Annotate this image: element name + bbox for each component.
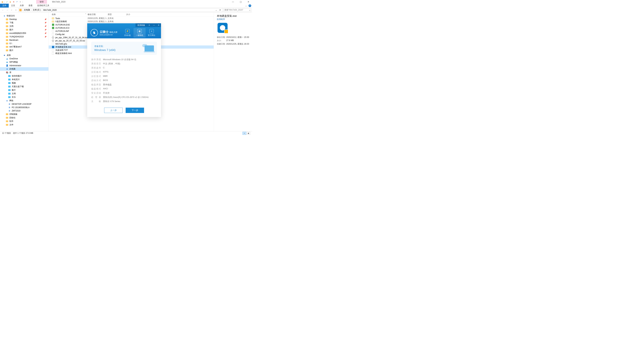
nav-item[interactable]: 天翼云盘下载 — [2, 85, 48, 88]
nav-item[interactable]: excel表格制作求和📌 — [0, 31, 48, 35]
recent-dropdown-icon[interactable]: ▾ — [10, 8, 14, 12]
nav-item[interactable]: 保存的图片 — [2, 74, 48, 78]
icons-view-button[interactable]: ▦ — [246, 132, 250, 135]
file-row[interactable]: Tools2020/12/25, 星期五 1…文件夹 — [49, 17, 214, 20]
check-icon[interactable]: ✓ — [6, 0, 8, 3]
breadcrumb-item[interactable]: 文档 (E:) — [32, 8, 41, 11]
nav-item[interactable]: 👤Administrator — [0, 64, 48, 67]
column-size[interactable]: 大小 — [126, 13, 140, 16]
nav-item[interactable]: Bandicam — [0, 38, 48, 42]
nav-item[interactable]: 音乐 — [2, 95, 48, 99]
sys-key: 磁盘类型 — [91, 83, 101, 86]
nav-item-label: 图片 — [12, 89, 16, 91]
nav-item[interactable]: 图片📌 — [0, 28, 48, 31]
file-name: pe_yqs_xp_20_07_31_15_53.iso — [55, 39, 85, 42]
address-dropdown-icon[interactable]: ⌄ — [215, 9, 218, 11]
chevron-right-icon[interactable]: › — [22, 9, 23, 11]
next-button[interactable]: 下一步 — [126, 108, 144, 113]
nav-item[interactable]: YUNQISHI2019📌 — [0, 35, 48, 38]
breadcrumb[interactable]: › 此电脑 › 文档 (E:) › Win7x64_2020 ⌄ ⟳ — [18, 8, 223, 12]
undo-icon[interactable]: ↶ — [16, 0, 18, 3]
nav-desktop[interactable]: ■桌面 — [0, 53, 48, 57]
nav-item[interactable]: 视频 — [2, 81, 48, 85]
menu-icon[interactable]: ≡ — [147, 23, 152, 27]
nav-quick-access[interactable]: ★快速访问 — [0, 14, 48, 17]
selection-info: 选中 1 个项目 27.6 MB — [13, 132, 33, 135]
breadcrumb-item[interactable]: 此电脑 — [24, 8, 30, 11]
folder-icon — [6, 116, 8, 119]
nav-item[interactable]: G:\ — [0, 42, 48, 45]
nav-item[interactable]: Desktop📌 — [0, 17, 48, 21]
breadcrumb-item[interactable]: Win7x64_2020 — [43, 9, 57, 11]
brand-name: 云骑士 — [100, 30, 109, 34]
nav-item[interactable]: 下载📌 — [0, 21, 48, 24]
close-button[interactable]: ✕ — [244, 0, 252, 4]
pin-icon: 📌 — [44, 36, 46, 38]
refresh-icon[interactable]: ⟳ — [218, 9, 222, 11]
nav-item[interactable]: 文档📌 — [0, 24, 48, 28]
close-icon[interactable]: ✕ — [156, 23, 161, 27]
nav-item[interactable]: 🖥PC-20190530OBLA — [2, 106, 48, 109]
nav-item[interactable]: 控制面板 — [0, 112, 48, 116]
search-input[interactable]: 搜索"Win7x64_2020" ⌕ — [224, 8, 251, 12]
nav-item[interactable]: 图片 — [0, 49, 48, 52]
back-button[interactable]: ← — [1, 8, 5, 12]
nav-item[interactable]: 🖥DESKTOP-LSSOEDP — [2, 102, 48, 106]
help-icon[interactable]: ? — [248, 4, 251, 7]
contact-support-link[interactable]: 联系客服 — [136, 23, 147, 27]
sys-key: 系统盘符 — [91, 66, 101, 69]
nav-item[interactable]: 文件 — [0, 123, 48, 127]
nav-item[interactable]: 🖥ZMT2019 — [2, 109, 48, 112]
details-view-button[interactable]: ≡ — [242, 132, 246, 135]
installer-tab[interactable]: e官方网址 — [146, 28, 158, 37]
file-tab[interactable]: 文件 — [0, 4, 9, 7]
installer-tab[interactable]: ▦一键装机 — [134, 28, 146, 37]
file-row[interactable]: U盘安装教程2020/12/25, 星期五 1…文件夹 — [49, 20, 214, 23]
up-button[interactable]: ↑ — [14, 8, 18, 12]
nav-item[interactable]: 本机照片 — [2, 78, 48, 81]
chevron-right-icon[interactable]: › — [42, 9, 42, 11]
column-type[interactable]: 类型 — [108, 13, 126, 16]
wps-icon: ◉ — [6, 61, 8, 63]
nav-item[interactable]: win7重装win7 — [0, 45, 48, 49]
ribbon-tab-apptools[interactable]: 应用程序工具 — [35, 4, 52, 7]
property-label: 创建日期: — [217, 42, 226, 45]
column-name[interactable]: 名称⌃ — [49, 13, 88, 16]
chevron-right-icon[interactable]: › — [31, 9, 32, 11]
nav-item-label: G:\ — [10, 42, 12, 44]
nav-item[interactable]: 图片 — [2, 88, 48, 92]
file-name: Config.dat — [55, 33, 64, 35]
maximize-button[interactable]: ▢ — [237, 0, 244, 4]
nav-item[interactable]: 文档 — [2, 92, 48, 95]
ribbon-tab-share[interactable]: 共享 — [18, 4, 26, 7]
nav-item[interactable]: ◉WPS网盘 — [0, 60, 48, 64]
folder-icon — [6, 39, 8, 41]
nav-item[interactable]: 回收站 — [0, 116, 48, 119]
nav-item[interactable]: 🖥此电脑 — [0, 67, 48, 71]
ribbon-tab-home[interactable]: 主页 — [9, 4, 18, 7]
nav-item[interactable]: ☁OneDrive — [0, 57, 48, 60]
nav-item[interactable]: 软件 — [0, 119, 48, 123]
brand-subtitle: 装机大师 — [109, 31, 118, 34]
ribbon-context-tab[interactable]: 管理 — [36, 0, 47, 4]
qat-dropdown-icon[interactable]: ▾ — [19, 0, 22, 3]
nav-network[interactable]: ⊕网络 — [0, 99, 48, 102]
column-date[interactable]: 修改日期 — [88, 13, 108, 16]
ribbon-tab-view[interactable]: 查看 — [26, 4, 35, 7]
file-icon — [52, 20, 54, 23]
installer-tab[interactable]: ⚡启动U盘 — [122, 28, 134, 37]
minimize-icon[interactable]: — — [152, 23, 156, 27]
nav-item[interactable]: 📚库 — [0, 71, 48, 74]
nav-label: 桌面 — [7, 54, 11, 57]
minimize-button[interactable]: — — [229, 0, 237, 4]
tab-label: 官方网址 — [148, 34, 155, 36]
delete-icon[interactable]: ✕ — [12, 0, 15, 3]
nav-label: 快速访问 — [7, 14, 15, 17]
forward-button[interactable]: → — [5, 8, 9, 12]
nav-item-label: Bandicam — [10, 39, 18, 41]
knight-icon: ♞ — [90, 29, 98, 36]
prev-button[interactable]: 上一步 — [104, 108, 122, 113]
ribbon-expand-icon[interactable]: ⌄ — [245, 4, 247, 7]
pin-icon[interactable]: ▮ — [9, 0, 12, 3]
folder-icon — [6, 25, 8, 28]
